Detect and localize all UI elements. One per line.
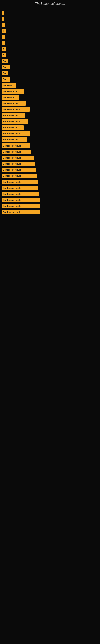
bar-4: | — [2, 35, 5, 39]
bar-16: Bottleneck result — [2, 107, 30, 112]
bar-label-33: Bottleneck result — [3, 211, 21, 213]
bar-label-7: B — [3, 54, 4, 56]
bar-row-19: Bottleneck re — [2, 126, 98, 130]
bar-row-22: Bottleneck result — [2, 144, 98, 148]
bar-10: Bo — [2, 71, 8, 76]
bar-label-24: Bottleneck result — [3, 156, 21, 159]
bar-label-31: Bottleneck result — [3, 199, 21, 201]
bar-label-16: Bottleneck result — [3, 108, 21, 111]
bar-22: Bottleneck result — [2, 144, 30, 148]
bar-label-3: E — [3, 30, 4, 32]
bar-label-32: Bottleneck result — [3, 205, 21, 207]
bar-row-9: Bott — [2, 65, 98, 70]
bar-13: Bottleneck re — [2, 89, 24, 94]
bar-17: Bottleneck res — [2, 113, 25, 118]
bar-label-20: Bottleneck result — [3, 132, 21, 135]
bar-30: Bottleneck result — [2, 192, 39, 196]
bar-label-9: Bott — [3, 66, 7, 68]
bar-row-25: Bottleneck result — [2, 162, 98, 166]
bar-15: Bottleneck res — [2, 101, 26, 106]
bar-31: Bottleneck result — [2, 198, 40, 202]
bar-8: Bo — [2, 59, 8, 64]
bar-0: | — [2, 11, 3, 15]
bar-row-4: | — [2, 35, 98, 39]
bar-row-3: E — [2, 29, 98, 33]
bar-label-23: Bottleneck result — [3, 150, 21, 153]
bar-row-28: Bottleneck result — [2, 180, 98, 184]
bar-label-21: Bottleneck resu — [3, 138, 19, 141]
bar-label-13: Bottleneck re — [3, 90, 17, 92]
bar-label-19: Bottleneck re — [3, 126, 17, 129]
bar-row-16: Bottleneck result — [2, 107, 98, 112]
bar-9: Bott — [2, 65, 10, 70]
bar-row-29: Bottleneck result — [2, 186, 98, 190]
bar-label-10: Bo — [3, 72, 6, 74]
bar-row-5: | — [2, 41, 98, 45]
bar-row-21: Bottleneck resu — [2, 138, 98, 142]
bar-19: Bottleneck re — [2, 126, 24, 130]
bar-row-14: Bottleneck — [2, 95, 98, 100]
bar-row-17: Bottleneck res — [2, 113, 98, 118]
bar-row-0: | — [2, 11, 98, 15]
bar-29: Bottleneck result — [2, 186, 38, 190]
bar-row-2: | — [2, 23, 98, 27]
bar-row-10: Bo — [2, 71, 98, 76]
bar-row-15: Bottleneck res — [2, 101, 98, 106]
bar-5: | — [2, 41, 5, 45]
bar-label-1: | — [3, 18, 3, 20]
bar-row-18: Bottleneck resul — [2, 119, 98, 124]
bar-6: E — [2, 47, 6, 51]
bar-label-0: | — [3, 12, 3, 14]
bar-label-5: | — [3, 42, 3, 44]
bar-23: Bottleneck result — [2, 150, 31, 154]
bar-label-8: Bo — [3, 60, 6, 62]
bar-3: E — [2, 29, 6, 33]
bar-label-15: Bottleneck res — [3, 102, 18, 105]
bar-row-31: Bottleneck result — [2, 198, 98, 202]
bar-27: Bottleneck result — [2, 174, 37, 178]
bar-label-29: Bottleneck result — [3, 187, 21, 189]
bar-label-28: Bottleneck result — [3, 181, 21, 183]
bar-label-26: Bottleneck result — [3, 169, 21, 171]
bar-18: Bottleneck resul — [2, 119, 28, 124]
bar-12: Bottlene — [2, 83, 16, 88]
bar-20: Bottleneck result — [2, 132, 30, 136]
site-title: TheBottlenecker.com — [0, 0, 100, 7]
bars-container: |||E||EBBoBottBoBottBottleneBottleneck r… — [0, 7, 100, 216]
bar-row-30: Bottleneck result — [2, 192, 98, 196]
bar-row-1: | — [2, 17, 98, 21]
bar-label-14: Bottleneck — [3, 96, 14, 98]
bar-row-26: Bottleneck result — [2, 168, 98, 172]
bar-label-2: | — [3, 24, 3, 26]
bar-7: B — [2, 53, 6, 57]
bar-label-4: | — [3, 36, 3, 38]
bar-14: Bottleneck — [2, 95, 19, 100]
bar-11: Bott — [2, 77, 10, 82]
bar-row-23: Bottleneck result — [2, 150, 98, 154]
bar-label-12: Bottlene — [3, 84, 12, 86]
bar-label-11: Bott — [3, 78, 7, 80]
bar-row-6: E — [2, 47, 98, 51]
bar-1: | — [2, 17, 4, 21]
bar-row-27: Bottleneck result — [2, 174, 98, 178]
bar-28: Bottleneck result — [2, 180, 38, 184]
bar-row-12: Bottlene — [2, 83, 98, 88]
bar-25: Bottleneck result — [2, 162, 35, 166]
bar-21: Bottleneck resu — [2, 138, 27, 142]
bar-33: Bottleneck result — [2, 210, 40, 214]
bar-2: | — [2, 23, 5, 27]
bar-32: Bottleneck result — [2, 204, 40, 208]
bar-label-18: Bottleneck resul — [3, 120, 20, 123]
bar-row-33: Bottleneck result — [2, 210, 98, 214]
bar-label-22: Bottleneck result — [3, 144, 21, 147]
bar-24: Bottleneck result — [2, 156, 34, 160]
bar-label-30: Bottleneck result — [3, 193, 21, 195]
bar-label-25: Bottleneck result — [3, 162, 21, 165]
bar-label-6: E — [3, 48, 4, 50]
bar-label-17: Bottleneck res — [3, 114, 18, 117]
bar-row-20: Bottleneck result — [2, 132, 98, 136]
bar-row-8: Bo — [2, 59, 98, 64]
bar-row-13: Bottleneck re — [2, 89, 98, 94]
bar-label-27: Bottleneck result — [3, 175, 21, 177]
bar-row-32: Bottleneck result — [2, 204, 98, 208]
